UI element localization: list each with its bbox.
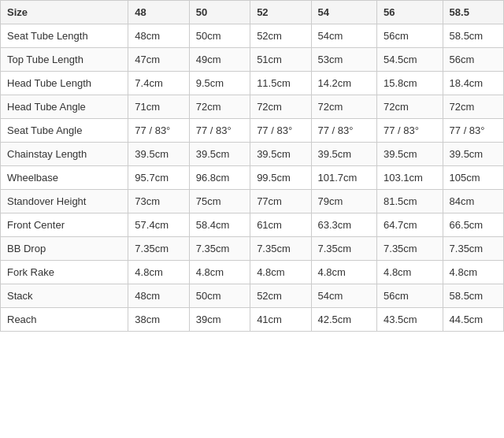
cell-value: 39.5cm [128, 143, 189, 166]
row-label: Standover Height [1, 190, 128, 213]
cell-value: 4.8cm [189, 261, 250, 284]
cell-value: 77 / 83° [128, 119, 189, 143]
cell-value: 56cm [377, 24, 443, 48]
geometry-table: Size485052545658.5 Seat Tube Length48cm5… [0, 0, 504, 332]
cell-value: 95.7cm [128, 166, 189, 190]
cell-value: 58.4cm [189, 213, 250, 237]
cell-value: 44.5cm [443, 308, 503, 332]
column-header-size-56: 56 [377, 1, 443, 24]
cell-value: 7.35cm [311, 237, 377, 261]
row-label: Head Tube Length [1, 72, 128, 95]
row-label: Wheelbase [1, 166, 128, 190]
cell-value: 77cm [250, 190, 311, 213]
cell-value: 39.5cm [377, 143, 443, 166]
cell-value: 9.5cm [189, 72, 250, 95]
cell-value: 54.5cm [377, 48, 443, 72]
table-row: Wheelbase95.7cm96.8cm99.5cm101.7cm103.1c… [1, 166, 504, 190]
table-header-row: Size485052545658.5 [1, 1, 504, 24]
cell-value: 72cm [311, 95, 377, 119]
cell-value: 72cm [443, 95, 503, 119]
cell-value: 79cm [311, 190, 377, 213]
cell-value: 4.8cm [443, 261, 503, 284]
cell-value: 81.5cm [377, 190, 443, 213]
cell-value: 64.7cm [377, 213, 443, 237]
cell-value: 75cm [189, 190, 250, 213]
cell-value: 103.1cm [377, 166, 443, 190]
cell-value: 54cm [311, 24, 377, 48]
cell-value: 49cm [189, 48, 250, 72]
row-label: Front Center [1, 213, 128, 237]
column-header-size-48: 48 [128, 1, 189, 24]
cell-value: 4.8cm [128, 261, 189, 284]
cell-value: 105cm [443, 166, 503, 190]
cell-value: 77 / 83° [377, 119, 443, 143]
cell-value: 63.3cm [311, 213, 377, 237]
cell-value: 72cm [250, 95, 311, 119]
column-header-size-58.5: 58.5 [443, 1, 503, 24]
cell-value: 39.5cm [311, 143, 377, 166]
table-row: Fork Rake4.8cm4.8cm4.8cm4.8cm4.8cm4.8cm [1, 261, 504, 284]
table-row: Reach38cm39cm41cm42.5cm43.5cm44.5cm [1, 308, 504, 332]
row-label: Top Tube Length [1, 48, 128, 72]
cell-value: 54cm [311, 284, 377, 308]
cell-value: 43.5cm [377, 308, 443, 332]
table-row: Stack48cm50cm52cm54cm56cm58.5cm [1, 284, 504, 308]
cell-value: 58.5cm [443, 24, 503, 48]
cell-value: 4.8cm [250, 261, 311, 284]
cell-value: 39.5cm [189, 143, 250, 166]
cell-value: 96.8cm [189, 166, 250, 190]
cell-value: 77 / 83° [250, 119, 311, 143]
row-label: Stack [1, 284, 128, 308]
cell-value: 72cm [189, 95, 250, 119]
cell-value: 77 / 83° [189, 119, 250, 143]
column-header-size-52: 52 [250, 1, 311, 24]
cell-value: 77 / 83° [311, 119, 377, 143]
cell-value: 18.4cm [443, 72, 503, 95]
cell-value: 7.35cm [128, 237, 189, 261]
cell-value: 58.5cm [443, 284, 503, 308]
cell-value: 101.7cm [311, 166, 377, 190]
cell-value: 61cm [250, 213, 311, 237]
cell-value: 57.4cm [128, 213, 189, 237]
cell-value: 11.5cm [250, 72, 311, 95]
cell-value: 52cm [250, 24, 311, 48]
cell-value: 14.2cm [311, 72, 377, 95]
row-label: Head Tube Angle [1, 95, 128, 119]
cell-value: 42.5cm [311, 308, 377, 332]
cell-value: 56cm [443, 48, 503, 72]
cell-value: 53cm [311, 48, 377, 72]
cell-value: 15.8cm [377, 72, 443, 95]
cell-value: 99.5cm [250, 166, 311, 190]
table-row: Standover Height73cm75cm77cm79cm81.5cm84… [1, 190, 504, 213]
table-row: Front Center57.4cm58.4cm61cm63.3cm64.7cm… [1, 213, 504, 237]
cell-value: 39cm [189, 308, 250, 332]
column-header-label: Size [1, 1, 128, 24]
cell-value: 47cm [128, 48, 189, 72]
row-label: Reach [1, 308, 128, 332]
cell-value: 41cm [250, 308, 311, 332]
cell-value: 71cm [128, 95, 189, 119]
table-row: Seat Tube Length48cm50cm52cm54cm56cm58.5… [1, 24, 504, 48]
cell-value: 39.5cm [443, 143, 503, 166]
cell-value: 7.4cm [128, 72, 189, 95]
cell-value: 4.8cm [311, 261, 377, 284]
cell-value: 73cm [128, 190, 189, 213]
table-row: Head Tube Angle71cm72cm72cm72cm72cm72cm [1, 95, 504, 119]
row-label: Chainstay Length [1, 143, 128, 166]
cell-value: 56cm [377, 284, 443, 308]
table-row: Top Tube Length47cm49cm51cm53cm54.5cm56c… [1, 48, 504, 72]
cell-value: 48cm [128, 284, 189, 308]
cell-value: 38cm [128, 308, 189, 332]
cell-value: 84cm [443, 190, 503, 213]
table-row: Chainstay Length39.5cm39.5cm39.5cm39.5cm… [1, 143, 504, 166]
column-header-size-50: 50 [189, 1, 250, 24]
row-label: BB Drop [1, 237, 128, 261]
cell-value: 51cm [250, 48, 311, 72]
cell-value: 7.35cm [443, 237, 503, 261]
column-header-size-54: 54 [311, 1, 377, 24]
cell-value: 39.5cm [250, 143, 311, 166]
row-label: Fork Rake [1, 261, 128, 284]
table-row: BB Drop7.35cm7.35cm7.35cm7.35cm7.35cm7.3… [1, 237, 504, 261]
table-body: Seat Tube Length48cm50cm52cm54cm56cm58.5… [1, 24, 504, 332]
cell-value: 66.5cm [443, 213, 503, 237]
